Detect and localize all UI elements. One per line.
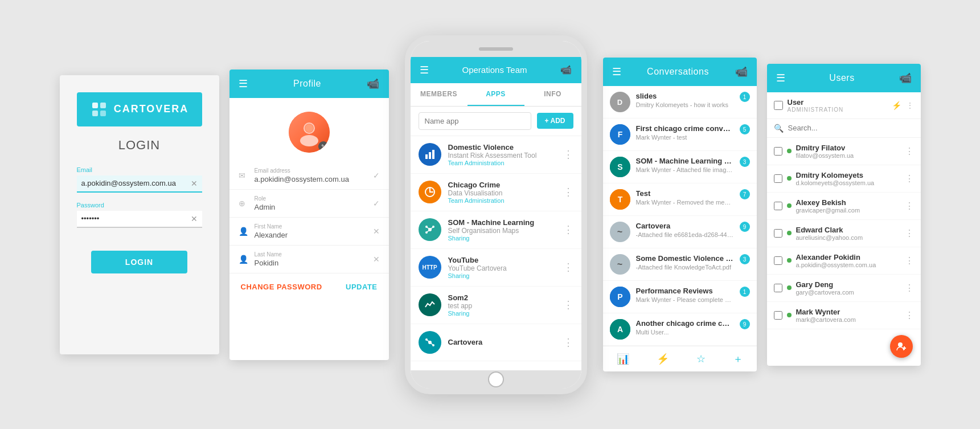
email-input-wrapper: ✕	[77, 175, 202, 193]
user-more-bekish[interactable]: ⋮	[905, 201, 914, 211]
conv-nav-add-icon[interactable]: ＋	[733, 352, 743, 366]
users-header-title: Users	[829, 73, 854, 83]
firstname-field: 👤 First Name Alexander ✕	[229, 218, 389, 246]
conv-preview-another-chicago: Multi User...	[636, 329, 734, 336]
user-item-filatov[interactable]: Dmitry Filatov filatov@ossystem.ua ⋮	[767, 138, 921, 165]
conv-item-test[interactable]: T Test Mark Wynter - Removed the message…	[603, 183, 757, 216]
tab-apps[interactable]: APPS	[468, 83, 524, 106]
email-clear-button[interactable]: ✕	[191, 179, 198, 188]
password-clear-button[interactable]: ✕	[191, 214, 198, 223]
app-item-som2[interactable]: Som2 test app Sharing ⋮	[411, 287, 581, 324]
video-icon[interactable]: 📹	[367, 77, 379, 90]
user-status-wynter	[787, 313, 792, 317]
add-user-fab[interactable]	[890, 335, 913, 358]
user-more-clark[interactable]: ⋮	[905, 228, 914, 239]
avatar[interactable]: ✎	[289, 112, 330, 153]
user-more-deng[interactable]: ⋮	[905, 283, 914, 293]
user-checkbox-deng[interactable]	[774, 284, 782, 292]
conversations-header: ☰ Conversations 📹	[603, 58, 757, 86]
app-info-domestic-violence: Domestic Violence Instant Risk Assessmen…	[448, 143, 556, 166]
conv-item-slides[interactable]: D slides Dmitry Kolomeyets - how it work…	[603, 86, 757, 119]
conv-item-domestic[interactable]: ~ Some Domestic Violence Conversation -A…	[603, 248, 757, 281]
users-header: ☰ Users 📹	[767, 64, 921, 92]
svg-point-34	[898, 342, 903, 347]
email-input[interactable]	[81, 179, 191, 187]
users-select-all-checkbox[interactable]	[774, 101, 783, 110]
firstname-clear-icon[interactable]: ✕	[373, 227, 380, 236]
tab-members[interactable]: MEMBERS	[411, 83, 468, 106]
email-field-group: Email ✕	[77, 166, 202, 193]
app-more-cartovera[interactable]: ⋮	[563, 336, 573, 349]
user-checkbox-bekish[interactable]	[774, 202, 782, 210]
ops-header-title: Operations Team	[462, 65, 527, 75]
ops-add-button[interactable]: + ADD	[537, 113, 573, 129]
user-item-bekish[interactable]: Alexey Bekish gravicaper@gmail.com ⋮	[767, 193, 921, 220]
conv-video-icon[interactable]: 📹	[735, 66, 748, 78]
app-more-som2[interactable]: ⋮	[563, 299, 573, 311]
conv-item-chicago[interactable]: F First chicago crime conversation Mark …	[603, 119, 757, 151]
conv-item-perf[interactable]: P Performance Reviews Mark Wynter - Plea…	[603, 281, 757, 313]
user-more-kolomeyets[interactable]: ⋮	[905, 173, 914, 184]
update-button[interactable]: UPDATE	[346, 283, 377, 291]
users-menu-icon[interactable]: ☰	[776, 72, 785, 84]
user-item-wynter[interactable]: Mark Wynter mark@cartovera.com ⋮	[767, 302, 921, 329]
user-more-wynter[interactable]: ⋮	[905, 310, 914, 321]
users-header-row: User ADMINISTRATION ⚡ ⋮	[767, 92, 921, 119]
app-item-domestic-violence[interactable]: Domestic Violence Instant Risk Assessmen…	[411, 136, 581, 174]
users-video-icon[interactable]: 📹	[899, 72, 912, 84]
user-item-clark[interactable]: Edward Clark aureliusinc@yahoo.com ⋮	[767, 220, 921, 247]
conv-name-domestic: Some Domestic Violence Conversation	[636, 254, 734, 263]
app-more-chicago-crime[interactable]: ⋮	[563, 186, 573, 198]
user-item-pokidin[interactable]: Alexander Pokidin a.pokidin@ossystem.com…	[767, 247, 921, 275]
user-email-filatov: filatov@ossystem.ua	[796, 152, 900, 159]
phone-home-circle[interactable]	[488, 371, 504, 387]
login-button[interactable]: LOGIN	[91, 251, 187, 273]
conv-item-another-chicago[interactable]: A Another chicago crime conversation Mul…	[603, 313, 757, 346]
ops-menu-icon[interactable]: ☰	[420, 64, 429, 76]
users-search-input[interactable]	[788, 124, 914, 132]
user-checkbox-filatov[interactable]	[774, 147, 782, 156]
lastname-field: 👤 Last Name Pokidin ✕	[229, 246, 389, 273]
app-more-domestic-violence[interactable]: ⋮	[563, 148, 573, 161]
phone-speaker	[479, 47, 513, 51]
more-icon[interactable]: ⋮	[906, 101, 914, 110]
tab-info[interactable]: INFO	[524, 83, 581, 106]
firstname-content: First Name Alexander	[255, 223, 373, 239]
user-checkbox-wynter[interactable]	[774, 311, 782, 320]
conv-item-som[interactable]: S SOM - Machine Learning conversation Ma…	[603, 151, 757, 183]
ops-search-bar: + ADD	[411, 107, 581, 136]
filter-icon[interactable]: ⚡	[892, 101, 901, 110]
conv-menu-icon[interactable]: ☰	[612, 66, 621, 78]
ops-search-input[interactable]	[419, 112, 531, 130]
password-input[interactable]	[81, 214, 191, 223]
conv-nav-chart-icon[interactable]: 📊	[617, 353, 629, 365]
ops-video-icon[interactable]: 📹	[560, 64, 572, 75]
app-desc-chicago-crime: Data Visualisation	[448, 189, 556, 197]
app-item-som[interactable]: SOM - Machine Learning Self Organisation…	[411, 211, 581, 249]
conv-preview-cartovera: -Attached file e6681eda-d268-4429-bf38-6…	[636, 231, 734, 238]
conv-avatar-another-chicago: A	[610, 319, 630, 340]
app-more-youtube[interactable]: ⋮	[563, 261, 573, 273]
user-item-kolomeyets[interactable]: Dmitry Kolomeyets d.kolomeyets@ossystem.…	[767, 165, 921, 193]
menu-icon[interactable]: ☰	[239, 77, 248, 90]
app-more-som[interactable]: ⋮	[563, 223, 573, 236]
conv-name-cartovera: Cartovera	[636, 222, 734, 230]
user-checkbox-kolomeyets[interactable]	[774, 174, 782, 183]
user-checkbox-clark[interactable]	[774, 229, 782, 238]
lastname-clear-icon[interactable]: ✕	[373, 255, 380, 264]
change-password-button[interactable]: CHANGE PASSWORD	[241, 283, 322, 291]
conv-item-cartovera[interactable]: ~ Cartovera -Attached file e6681eda-d268…	[603, 216, 757, 248]
user-more-filatov[interactable]: ⋮	[905, 146, 914, 157]
user-checkbox-pokidin[interactable]	[774, 256, 782, 265]
app-item-cartovera[interactable]: Cartovera ⋮	[411, 324, 581, 361]
conv-nav-star-icon[interactable]: ☆	[696, 353, 706, 365]
app-item-chicago-crime[interactable]: Chicago Crime Data Visualisation Team Ad…	[411, 174, 581, 211]
user-more-pokidin[interactable]: ⋮	[905, 255, 914, 266]
email-field: ✉ Email address a.pokidin@ossystem.com.u…	[229, 162, 389, 190]
conv-nav-filter-icon[interactable]: ⚡	[657, 353, 669, 365]
user-item-deng[interactable]: Gary Deng gary@cartovera.com ⋮	[767, 275, 921, 302]
app-name-som: SOM - Machine Learning	[448, 218, 556, 227]
app-item-youtube[interactable]: HTTP YouTube YouTube Cartovera Sharing ⋮	[411, 249, 581, 287]
app-name-chicago-crime: Chicago Crime	[448, 181, 556, 189]
conv-name-test: Test	[636, 189, 734, 198]
